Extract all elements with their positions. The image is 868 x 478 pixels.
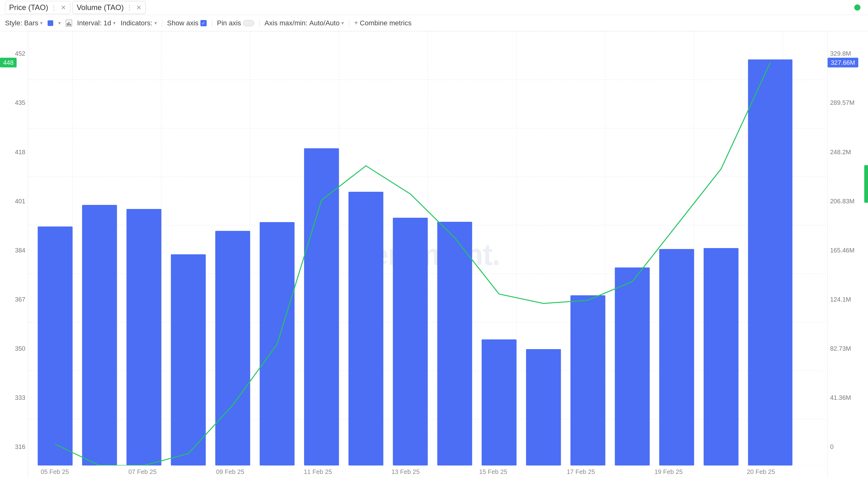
separator-1 (162, 20, 162, 27)
left-y-label-2: 418 (15, 148, 25, 156)
combine-metrics-plus-icon: + (354, 20, 358, 27)
color-swatch[interactable] (48, 20, 53, 26)
left-y-axis: 452 435 418 401 384 367 350 333 316 448 (0, 31, 28, 478)
tab-price-close-icon[interactable]: ✕ (61, 4, 66, 11)
left-y-label-4: 384 (15, 246, 25, 254)
svg-rect-19 (38, 227, 72, 466)
x-label-5: 15 Feb 25 (479, 468, 507, 476)
right-y-label-1: 289.57M (830, 99, 855, 106)
separator-3 (259, 20, 259, 27)
svg-rect-35 (748, 60, 793, 466)
separator-4 (349, 20, 349, 27)
separator-2 (212, 20, 212, 27)
tab-price[interactable]: Price (TAO) ⋮ ✕ (5, 1, 70, 14)
svg-rect-20 (82, 205, 117, 466)
color-chevron-icon[interactable]: ▾ (58, 20, 61, 26)
x-label-2: 09 Feb 25 (216, 468, 244, 476)
x-label-7: 19 Feb 25 (654, 468, 683, 476)
x-label-3: 11 Feb 25 (304, 468, 332, 476)
current-price-badge: 448 (0, 58, 17, 67)
right-y-label-3: 206.83M (830, 197, 855, 205)
axis-maxmin-selector[interactable]: Axis max/min: Auto/Auto ▾ (265, 19, 344, 27)
combine-metrics-label: Combine metrics (360, 19, 411, 27)
combine-metrics-button[interactable]: + Combine metrics (354, 19, 411, 27)
tab-volume-menu-icon[interactable]: ⋮ (126, 4, 132, 11)
chart-area[interactable]: sentiment. (28, 31, 827, 478)
interval-value: 1d (104, 19, 111, 27)
left-y-label-3: 401 (15, 197, 25, 205)
pin-axis-control[interactable]: Pin axis (217, 19, 254, 27)
right-y-label-6: 82.73M (830, 345, 851, 352)
left-y-label-6: 350 (15, 345, 25, 352)
svg-rect-27 (393, 218, 428, 466)
chart-type-icon (66, 20, 72, 27)
interval-label: Interval: (77, 19, 101, 27)
indicators-label: Indicators: (121, 19, 153, 27)
x-label-6: 17 Feb 25 (567, 468, 595, 476)
svg-rect-23 (215, 231, 250, 466)
green-handle[interactable] (864, 165, 868, 203)
right-y-label-8: 0 (830, 443, 834, 450)
right-y-axis: 329.8M 289.57M 248.2M 206.83M 165.46M 12… (827, 31, 868, 478)
show-axis-checkbox[interactable]: ✓ (200, 20, 207, 26)
toolbar: Style: Bars ▾ ▾ Interval: 1d ▾ Indicator… (0, 15, 868, 31)
axis-maxmin-chevron-icon: ▾ (341, 20, 344, 26)
left-y-label-0: 452 (15, 50, 25, 57)
current-volume-badge: 327.66M (828, 58, 858, 67)
indicators-selector[interactable]: Indicators: ▾ (121, 19, 157, 27)
x-axis: 05 Feb 25 07 Feb 25 09 Feb 25 11 Feb 25 … (28, 466, 827, 478)
chart-svg (28, 31, 827, 466)
pin-axis-label: Pin axis (217, 19, 241, 27)
interval-selector[interactable]: Interval: 1d ▾ (77, 19, 116, 27)
top-bar: Price (TAO) ⋮ ✕ Volume (TAO) ⋮ ✕ (0, 0, 868, 15)
svg-rect-22 (171, 254, 206, 466)
right-y-label-2: 248.2M (830, 148, 851, 156)
indicators-chevron-icon: ▾ (154, 20, 157, 26)
svg-rect-26 (348, 192, 383, 466)
interval-chevron-icon: ▾ (113, 20, 116, 26)
tab-price-label: Price (TAO) (9, 3, 48, 12)
svg-rect-28 (437, 222, 472, 466)
x-label-8: 20 Feb 25 (747, 468, 775, 476)
style-chevron-icon: ▾ (40, 20, 42, 26)
right-y-label-5: 124.1M (830, 296, 851, 303)
pin-axis-toggle[interactable] (243, 20, 254, 26)
axis-maxmin-label: Axis max/min: (265, 19, 308, 27)
x-label-1: 07 Feb 25 (128, 468, 157, 476)
axis-maxmin-value: Auto/Auto (309, 19, 340, 27)
left-y-label-1: 435 (15, 99, 25, 106)
tab-volume[interactable]: Volume (TAO) ⋮ ✕ (73, 1, 146, 14)
show-axis-label: Show axis (167, 19, 198, 27)
live-indicator-dot (854, 4, 861, 11)
tab-price-menu-icon[interactable]: ⋮ (51, 4, 57, 11)
svg-rect-32 (615, 268, 649, 466)
style-selector[interactable]: Style: Bars ▾ (5, 19, 42, 27)
svg-rect-25 (304, 148, 339, 466)
style-label: Style: (5, 19, 22, 27)
left-y-label-5: 367 (15, 296, 25, 303)
show-axis-control[interactable]: Show axis ✓ (167, 19, 207, 27)
tab-volume-close-icon[interactable]: ✕ (136, 4, 142, 11)
svg-rect-21 (126, 209, 161, 466)
svg-rect-29 (482, 339, 516, 466)
right-y-label-4: 165.46M (830, 246, 855, 254)
left-y-label-8: 316 (15, 443, 25, 450)
svg-rect-33 (659, 249, 694, 466)
svg-rect-31 (570, 295, 605, 466)
style-value: Bars (24, 19, 38, 27)
right-y-label-0: 329.8M (830, 50, 851, 57)
tab-volume-label: Volume (TAO) (77, 3, 124, 12)
x-label-4: 13 Feb 25 (392, 468, 420, 476)
svg-rect-30 (526, 349, 561, 466)
left-y-label-7: 333 (15, 394, 25, 401)
svg-rect-34 (704, 248, 738, 466)
right-y-label-7: 41.36M (830, 394, 851, 401)
x-label-0: 05 Feb 25 (41, 468, 69, 476)
chart-container: sentiment. (0, 31, 868, 478)
